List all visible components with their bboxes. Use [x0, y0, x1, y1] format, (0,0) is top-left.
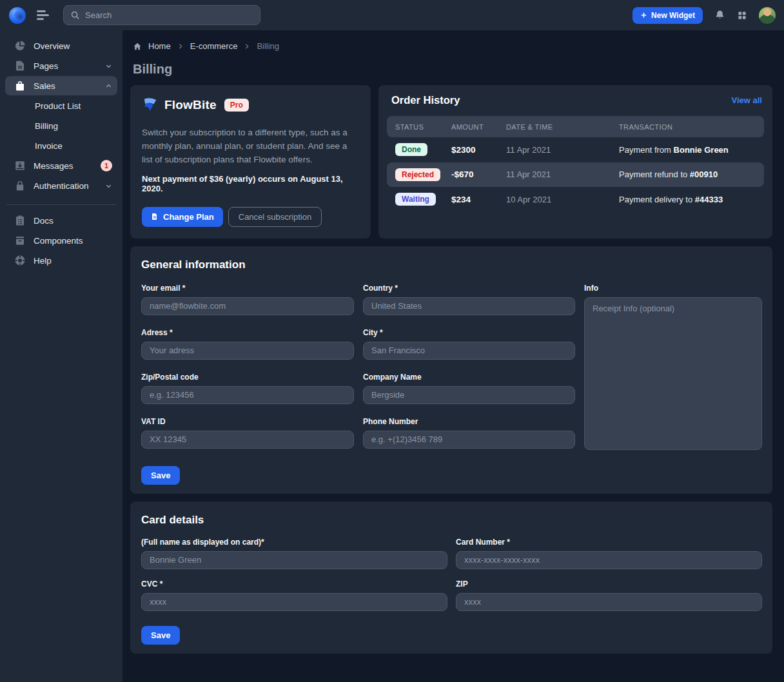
subscription-card: FlowBite Pro Switch your subscription to…	[130, 85, 371, 239]
document-icon	[151, 213, 159, 220]
shopping-bag-icon	[14, 80, 26, 92]
sidebar-item-billing[interactable]: Billing	[5, 116, 117, 135]
home-icon	[133, 42, 142, 51]
new-widget-button[interactable]: New Widget	[632, 7, 703, 24]
date-cell: 10 Apr 2021	[506, 195, 619, 204]
transaction-cell: Payment from Bonnie Green	[619, 145, 756, 155]
next-payment-note: Next payment of $36 (yearly) occurs on A…	[142, 174, 359, 193]
card-number-label: Card Number *	[456, 538, 762, 547]
city-field-group: City *	[363, 328, 575, 360]
page-title: Billing	[130, 51, 772, 77]
cvc-label: CVC *	[141, 580, 447, 589]
column-header-date: DATE & TIME	[506, 123, 619, 131]
info-label: Info	[584, 284, 762, 293]
company-field[interactable]	[363, 386, 575, 404]
document-icon	[14, 60, 26, 72]
sidebar-item-product-list[interactable]: Product List	[5, 96, 117, 115]
address-field[interactable]	[141, 342, 354, 360]
sidebar-divider	[6, 204, 116, 205]
life-buoy-icon	[14, 255, 26, 266]
notifications-bell-icon[interactable]	[714, 10, 725, 21]
status-badge: Done	[395, 143, 427, 156]
search-box[interactable]	[63, 5, 260, 25]
subscription-description: Switch your subscription to a different …	[142, 126, 359, 167]
clipboard-list-icon	[14, 215, 26, 226]
email-field-group: Your email *	[141, 284, 354, 315]
order-history-card: Order History View all STATUS AMOUNT DAT…	[378, 85, 772, 239]
amount-cell: -$670	[451, 170, 506, 179]
sidebar-item-sales[interactable]: Sales	[5, 76, 117, 95]
chevron-up-icon	[105, 83, 112, 90]
sidebar-item-components[interactable]: Components	[5, 231, 117, 250]
country-field[interactable]	[363, 297, 575, 315]
zip-field-group: Zip/Postal code	[141, 373, 354, 404]
breadcrumb-ecommerce[interactable]: E-commerce	[190, 41, 238, 51]
change-plan-button[interactable]: Change Plan	[142, 207, 223, 227]
vat-field[interactable]	[141, 431, 354, 449]
address-field-group: Adress *	[141, 328, 354, 360]
cancel-subscription-button[interactable]: Cancel subscription	[228, 207, 322, 227]
plus-icon	[640, 12, 647, 19]
cvc-field[interactable]	[141, 593, 447, 611]
apps-grid-icon[interactable]	[737, 10, 747, 21]
user-avatar[interactable]	[759, 7, 776, 24]
status-badge: Rejected	[395, 168, 440, 181]
flowbite-logo-icon[interactable]	[9, 7, 26, 24]
email-label: Your email *	[141, 284, 354, 293]
pro-badge: Pro	[224, 99, 249, 112]
sidebar-item-pages[interactable]: Pages	[5, 56, 117, 75]
general-information-card: General information Your email * Adress …	[130, 246, 772, 494]
transaction-cell: Payment refund to #00910	[619, 170, 756, 179]
sidebar-item-docs[interactable]: Docs	[5, 211, 117, 230]
card-details-save-button[interactable]: Save	[141, 626, 180, 645]
transaction-cell: Payment delivery to #44333	[619, 195, 756, 204]
sidebar-toggle-button[interactable]	[37, 8, 51, 22]
city-label: City *	[363, 328, 575, 337]
zip-label: Zip/Postal code	[141, 373, 354, 382]
date-cell: 11 Apr 2021	[506, 170, 619, 179]
messages-count-badge: 1	[101, 160, 112, 171]
full-name-field-group: (Full name as displayed on card)*	[141, 538, 447, 569]
full-name-field[interactable]	[141, 551, 447, 569]
sidebar-item-overview[interactable]: Overview	[5, 36, 117, 55]
chevron-down-icon	[105, 182, 112, 190]
info-field-group: Info	[584, 284, 762, 452]
zip-code-field[interactable]	[456, 593, 762, 611]
flowbite-brand-icon	[142, 97, 159, 113]
general-info-save-button[interactable]: Save	[141, 466, 180, 485]
table-row[interactable]: Rejected -$670 11 Apr 2021 Payment refun…	[387, 162, 764, 188]
pie-chart-icon	[14, 40, 26, 52]
card-details-card: Card details (Full name as displayed on …	[130, 502, 772, 654]
chevron-right-icon	[244, 43, 250, 50]
vat-field-group: VAT ID	[141, 417, 354, 449]
breadcrumb-home[interactable]: Home	[148, 41, 171, 51]
phone-field-group: Phone Number	[363, 417, 575, 449]
table-row[interactable]: Waiting $234 10 Apr 2021 Payment deliver…	[387, 187, 764, 212]
sidebar-item-authentication[interactable]: Authentication	[5, 176, 117, 195]
zip-field[interactable]	[141, 386, 354, 404]
city-field[interactable]	[363, 342, 575, 360]
amount-cell: $2300	[451, 145, 506, 155]
top-navbar: New Widget	[0, 0, 784, 30]
email-field[interactable]	[141, 297, 354, 315]
inbox-icon	[14, 160, 26, 171]
table-row[interactable]: Done $2300 11 Apr 2021 Payment from Bonn…	[387, 137, 764, 162]
receipt-info-textarea[interactable]	[584, 297, 762, 450]
breadcrumb: Home E-commerce Billing	[130, 38, 772, 51]
archive-box-icon	[14, 235, 26, 246]
sidebar: Overview Pages Sales Product List Billin…	[0, 30, 122, 682]
chevron-down-icon	[105, 63, 112, 70]
sidebar-item-messages[interactable]: Messages 1	[5, 156, 117, 175]
status-badge: Waiting	[395, 193, 436, 206]
country-label: Country *	[363, 284, 575, 293]
card-number-field[interactable]	[456, 551, 762, 569]
table-header-row: STATUS AMOUNT DATE & TIME TRANSACTION	[387, 116, 764, 137]
search-input[interactable]	[85, 10, 253, 20]
sidebar-item-help[interactable]: Help	[5, 251, 117, 270]
sidebar-item-invoice[interactable]: Invoice	[5, 136, 117, 155]
company-label: Company Name	[363, 373, 575, 382]
zip-code-field-group: ZIP	[456, 580, 762, 611]
view-all-link[interactable]: View all	[732, 95, 762, 105]
vat-label: VAT ID	[141, 417, 354, 426]
phone-field[interactable]	[363, 431, 575, 449]
